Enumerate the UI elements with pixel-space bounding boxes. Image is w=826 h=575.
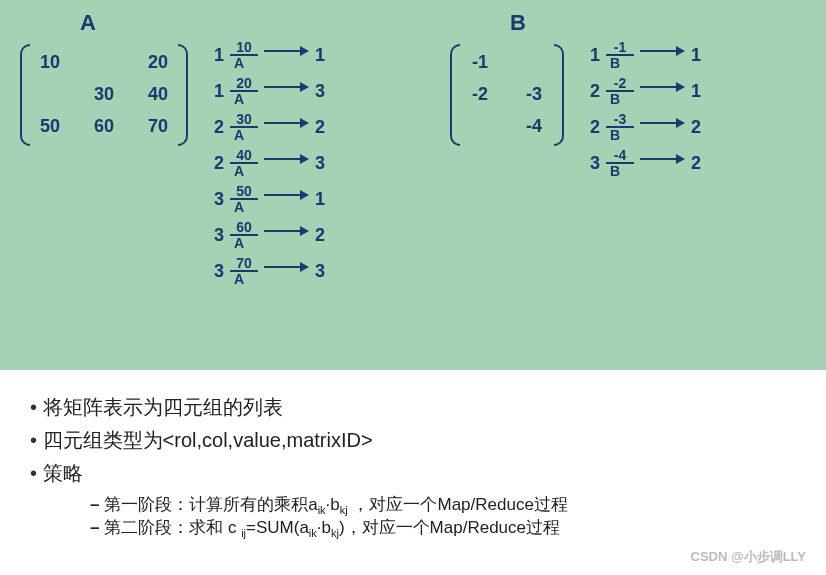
dst: 1 [315, 45, 331, 66]
arrow-icon: -1B [606, 40, 634, 70]
dst: 1 [315, 189, 331, 210]
cell [516, 52, 552, 74]
notes-area: 将矩阵表示为四元组的列表 四元组类型为<rol,col,value,matrix… [0, 370, 826, 558]
arrow-head-icon [640, 82, 685, 92]
src: 3 [208, 261, 224, 282]
dst: 2 [691, 117, 707, 138]
cell: -4 [516, 116, 552, 138]
transitions-a: 110A1120A3230A2240A3350A1360A2370A3 [208, 40, 331, 286]
cell: 20 [140, 52, 176, 74]
arrow-head-icon [264, 46, 309, 56]
src: 1 [584, 45, 600, 66]
transition-row: 230A2 [208, 112, 331, 142]
arrow-head-icon [264, 118, 309, 128]
transition-row: 240A3 [208, 148, 331, 178]
sub-2: 第二阶段：求和 c ij=SUM(aik·bkj)，对应一个Map/Reduce… [90, 516, 796, 539]
dst: 2 [691, 153, 707, 174]
src: 2 [208, 153, 224, 174]
arrow-head-icon [264, 190, 309, 200]
arrow-icon: 60A [230, 220, 258, 250]
matrix-b: -1 -2 -3 -4 [450, 44, 564, 146]
section-a: A 10 20 30 40 50 60 70 110A1120A3230A224… [20, 10, 420, 286]
transition-row: 2-3B2 [584, 112, 707, 142]
dst: 1 [691, 45, 707, 66]
src: 3 [208, 189, 224, 210]
dst: 2 [315, 225, 331, 246]
src: 1 [208, 45, 224, 66]
cell [32, 84, 68, 106]
arrow-icon: 10A [230, 40, 258, 70]
cell: -3 [516, 84, 552, 106]
src: 2 [584, 117, 600, 138]
cell: -1 [462, 52, 498, 74]
arrow-head-icon [264, 82, 309, 92]
sub-1: 第一阶段：计算所有的乘积aik·bkj ，对应一个Map/Reduce过程 [90, 493, 796, 516]
arrow-icon: 20A [230, 76, 258, 106]
dst: 1 [691, 81, 707, 102]
arrow-head-icon [264, 226, 309, 236]
cell: 70 [140, 116, 176, 138]
section-b: B -1 -2 -3 -4 1-1B12-2B12-3B23-4B2 [450, 10, 820, 178]
dst: 3 [315, 153, 331, 174]
arrow-icon: 50A [230, 184, 258, 214]
watermark: CSDN @小步调LLY [691, 548, 806, 566]
cell: 60 [86, 116, 122, 138]
arrow-head-icon [264, 262, 309, 272]
src: 1 [208, 81, 224, 102]
dst: 3 [315, 81, 331, 102]
transition-row: 1-1B1 [584, 40, 707, 70]
transition-row: 120A3 [208, 76, 331, 106]
section-a-title: A [80, 10, 420, 36]
dst: 2 [315, 117, 331, 138]
cell: -2 [462, 84, 498, 106]
arrow-icon: -2B [606, 76, 634, 106]
transition-row: 360A2 [208, 220, 331, 250]
cell [86, 52, 122, 74]
src: 2 [584, 81, 600, 102]
transition-row: 350A1 [208, 184, 331, 214]
src: 3 [208, 225, 224, 246]
src: 3 [584, 153, 600, 174]
transition-row: 110A1 [208, 40, 331, 70]
diagram-panel: A 10 20 30 40 50 60 70 110A1120A3230A224… [0, 0, 826, 370]
cell: 10 [32, 52, 68, 74]
cell [462, 116, 498, 138]
cell: 50 [32, 116, 68, 138]
arrow-head-icon [640, 154, 685, 164]
arrow-icon: -3B [606, 112, 634, 142]
transition-row: 370A3 [208, 256, 331, 286]
section-b-title: B [510, 10, 820, 36]
transitions-b: 1-1B12-2B12-3B23-4B2 [584, 40, 707, 178]
bullet-3: 策略 [30, 460, 796, 487]
arrow-head-icon [640, 118, 685, 128]
src: 2 [208, 117, 224, 138]
transition-row: 3-4B2 [584, 148, 707, 178]
arrow-head-icon [264, 154, 309, 164]
arrow-icon: 70A [230, 256, 258, 286]
cell: 40 [140, 84, 176, 106]
dst: 3 [315, 261, 331, 282]
arrow-icon: 40A [230, 148, 258, 178]
arrow-icon: -4B [606, 148, 634, 178]
arrow-icon: 30A [230, 112, 258, 142]
matrix-a: 10 20 30 40 50 60 70 [20, 44, 188, 146]
cell: 30 [86, 84, 122, 106]
bullet-1: 将矩阵表示为四元组的列表 [30, 394, 796, 421]
bullet-2: 四元组类型为<rol,col,value,matrixID> [30, 427, 796, 454]
arrow-head-icon [640, 46, 685, 56]
transition-row: 2-2B1 [584, 76, 707, 106]
